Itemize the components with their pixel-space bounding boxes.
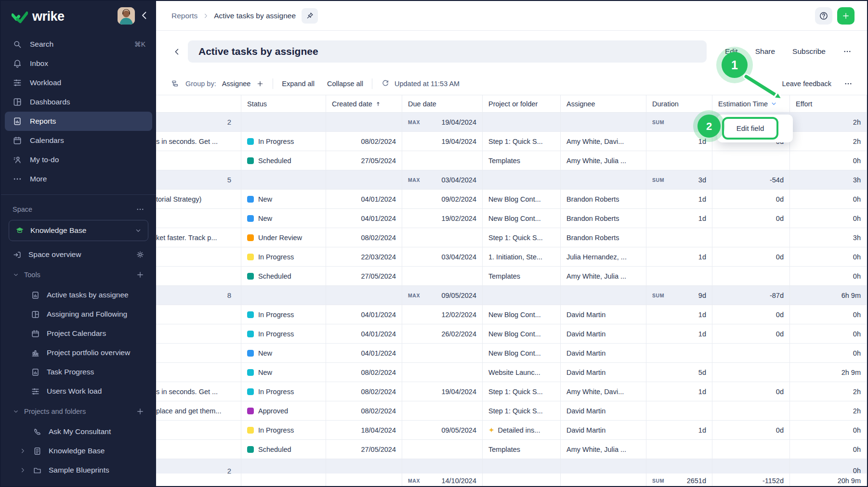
project-item[interactable]: Ask My Consultant — [5, 422, 152, 441]
back-button[interactable] — [171, 45, 183, 58]
tool-item[interactable]: Active tasks by assignee — [5, 285, 152, 305]
updated-timestamp[interactable]: Updated at 11:53 AM — [395, 80, 460, 88]
task-row[interactable]: Scheduled27/05/2024TemplatesAmy White, J… — [156, 267, 867, 286]
sidebar-item-reports[interactable]: Reports — [5, 112, 152, 131]
pin-button[interactable] — [302, 8, 318, 24]
cell-estimation — [712, 401, 790, 421]
refresh-icon[interactable] — [381, 79, 390, 88]
status-color-swatch — [247, 138, 254, 145]
create-button[interactable] — [837, 7, 855, 25]
tool-item[interactable]: Assigning and Following — [5, 305, 152, 324]
cell-duration: 1d — [646, 190, 712, 209]
subscribe-button[interactable]: Subscribe — [792, 47, 826, 56]
help-button[interactable] — [815, 7, 832, 25]
column-header-project[interactable]: Project or folder — [483, 95, 561, 113]
column-header-status[interactable]: Status — [241, 95, 326, 113]
add-tool-icon[interactable] — [136, 270, 145, 279]
group-by-value[interactable]: Assignee — [222, 80, 251, 88]
cell-project: New Blog Cont... — [483, 190, 561, 209]
cell-assignee: Amy White, Julia ... — [561, 440, 646, 459]
cell-created-date: 08/02/2024 — [326, 363, 402, 382]
sidebar-item-my-to-do[interactable]: My to-do — [5, 150, 152, 169]
task-row[interactable]: Scheduled27/05/2024TemplatesAmy White, J… — [156, 151, 867, 170]
task-row[interactable]: In Progress18/04/202409/05/2024✦Detailed… — [156, 421, 867, 440]
sidebar-item-more[interactable]: More — [5, 169, 152, 189]
user-avatar[interactable] — [118, 7, 135, 25]
add-group-by-icon[interactable] — [256, 80, 264, 88]
gear-icon[interactable] — [136, 250, 145, 259]
cell-duration: 5d — [646, 363, 712, 382]
sidebar-collapse-button[interactable] — [139, 11, 150, 22]
report-title-input[interactable]: Active tasks by assignee — [188, 40, 707, 63]
column-header-duration[interactable]: Duration — [646, 95, 712, 113]
column-menu-chevron-icon[interactable] — [770, 100, 777, 107]
task-row[interactable]: New08/02/2024Website Launc...David Marti… — [156, 363, 867, 382]
cell-empty — [646, 459, 712, 474]
add-project-icon[interactable] — [136, 407, 145, 416]
tools-section-header[interactable]: Tools — [5, 264, 152, 285]
cell-effort: 3h — [790, 228, 867, 247]
sidebar-item-workload[interactable]: Workload — [5, 73, 152, 92]
column-header-effort[interactable]: Effort — [790, 95, 867, 113]
task-row[interactable]: New04/01/2024New Blog Cont...David Marti… — [156, 344, 867, 363]
cell-project — [483, 113, 561, 132]
task-row[interactable]: In Progress04/01/202412/02/2024New Blog … — [156, 305, 867, 324]
tools-list: Active tasks by assigneeAssigning and Fo… — [5, 285, 152, 401]
column-header-created[interactable]: Created date — [326, 95, 402, 113]
tool-item[interactable]: Users Work load — [5, 382, 152, 401]
tool-item[interactable]: Task Progress — [5, 362, 152, 382]
edit-field-menu-item[interactable]: Edit field — [722, 117, 778, 140]
task-row[interactable]: place and get them...Approved08/02/2024S… — [156, 401, 867, 421]
group-summary-row[interactable]: 5MAX03/04/2024SUM3d-54d3h — [156, 170, 867, 190]
cell-due-date: 19/02/2024 — [402, 209, 483, 228]
task-row[interactable]: New04/01/202419/02/2024New Blog Cont...B… — [156, 209, 867, 228]
cell-task-name — [156, 267, 241, 286]
aggregate-label: MAX — [408, 177, 420, 183]
cell-task-name: place and get them... — [156, 401, 241, 421]
tool-item[interactable]: Project Calendars — [5, 324, 152, 343]
column-header-assignee[interactable]: Assignee — [561, 95, 646, 113]
sidebar-item-search[interactable]: Search⌘K — [5, 35, 152, 54]
cell-due-max: MAX14/10/2024 — [402, 474, 483, 486]
space-menu-icon[interactable] — [136, 205, 145, 214]
task-row[interactable]: In Progress04/01/202426/02/2024New Blog … — [156, 324, 867, 344]
column-header-due[interactable]: Due date — [402, 95, 483, 113]
chevron-right-icon[interactable] — [19, 448, 26, 454]
sidebar-item-calendars[interactable]: Calendars — [5, 131, 152, 150]
task-row[interactable]: In Progress22/03/202403/04/20241. Initia… — [156, 247, 867, 267]
sidebar-item-dashboards[interactable]: Dashboards — [5, 92, 152, 112]
share-button[interactable]: Share — [755, 47, 775, 56]
task-row[interactable]: ket faster. Track p...Under Review08/02/… — [156, 228, 867, 247]
sidebar-item-inbox[interactable]: Inbox — [5, 54, 152, 73]
sort-asc-icon[interactable] — [375, 101, 381, 107]
projects-section-header[interactable]: Projects and folders — [5, 401, 152, 422]
task-row[interactable]: s in seconds. Get ...In Progress08/02/20… — [156, 382, 867, 401]
cell-effort: 2h — [790, 382, 867, 401]
leave-feedback-button[interactable]: Leave feedback — [782, 80, 831, 88]
task-row[interactable]: Scheduled27/05/2024TemplatesAmy White, J… — [156, 440, 867, 459]
task-row[interactable]: torial Strategy)New04/01/202409/02/2024N… — [156, 190, 867, 209]
column-header-estimation[interactable]: Estimation Time — [712, 95, 790, 113]
column-header-name[interactable] — [156, 95, 241, 113]
group-summary-row-clipped[interactable]: 20h — [156, 459, 867, 474]
edit-button[interactable]: Edit — [725, 47, 738, 56]
aggregate-label: MAX — [408, 119, 420, 125]
tool-item[interactable]: Project portfolio overview — [5, 343, 152, 362]
expand-all-button[interactable]: Expand all — [282, 80, 315, 88]
cell-task-name — [156, 344, 241, 363]
project-item[interactable]: Knowledge Base — [5, 441, 152, 461]
cell-due-max: MAX09/05/2024 — [402, 286, 483, 305]
cell-assignee — [561, 113, 646, 132]
group-summary-row[interactable]: 8MAX09/05/2024SUM9d-87d6h 9m — [156, 286, 867, 305]
sidebar-item-space-overview[interactable]: Space overview — [5, 245, 152, 264]
collapse-all-button[interactable]: Collapse all — [327, 80, 363, 88]
space-selector[interactable]: Knowledge Base — [9, 220, 148, 241]
more-actions-icon[interactable] — [843, 47, 852, 56]
breadcrumb-reports-link[interactable]: Reports — [171, 12, 197, 20]
toolbar-more-icon[interactable] — [844, 79, 853, 88]
chevron-right-icon[interactable] — [19, 467, 26, 474]
cell-duration: 1d — [646, 421, 712, 440]
project-item[interactable]: Sample Blueprints — [5, 461, 152, 480]
cell-created — [326, 170, 402, 190]
space-section-label: Space — [13, 205, 32, 213]
